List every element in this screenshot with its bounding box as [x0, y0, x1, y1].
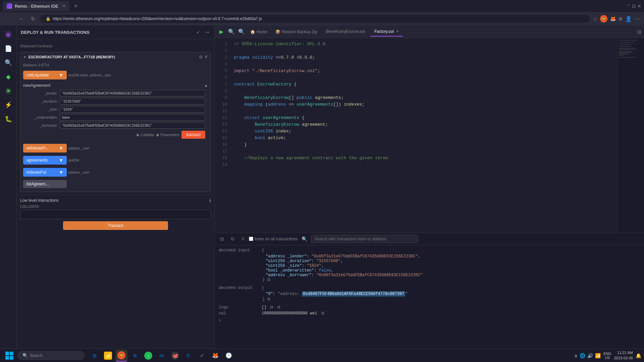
tab-beneficiary[interactable]: BeneficiaryEscrow.sol — [322, 27, 369, 37]
profile-button[interactable]: 👤 — [625, 16, 632, 22]
transaction-search-input[interactable] — [311, 235, 418, 243]
underwritten-input[interactable] — [60, 114, 205, 121]
wifi-icon[interactable]: 📶 — [595, 353, 601, 358]
logs-copy-icon-2[interactable]: ⧉ — [277, 305, 280, 310]
github-app[interactable]: 🐙 — [169, 350, 181, 362]
withdraw-button[interactable]: withdrawFr... ▼ — [23, 144, 67, 153]
balance-text: Balance: 0 ETH — [23, 63, 49, 67]
decoded-output-copy-icon[interactable]: ⧉ — [267, 297, 270, 302]
close-tab-btn[interactable]: ✕ — [62, 4, 66, 8]
taskbar-search[interactable]: 🔍 Search — [17, 351, 85, 360]
zoom-in-icon[interactable]: 🔍 — [237, 28, 246, 36]
new-agreement-header[interactable]: newAgreement ▲ — [23, 82, 208, 89]
brave-extension-icon[interactable]: 🦁 — [600, 15, 607, 22]
terminal-search-icon[interactable]: 🔍 — [300, 235, 308, 243]
deploy-panel: DEPLOY & RUN TRANSACTIONS ✓ ⇢ Deployed C… — [17, 25, 215, 362]
remix-logo-icon[interactable]: ◈ — [2, 28, 15, 41]
search-icon[interactable]: 🔍 — [2, 56, 15, 69]
check-app[interactable]: ✓ — [196, 350, 208, 362]
taskview-app[interactable]: ⊞ — [89, 350, 101, 362]
list-button[interactable]: listAgreem... — [23, 180, 67, 188]
deploy-run-icon[interactable] — [2, 84, 15, 97]
terminal-refresh-icon[interactable]: ↻ — [229, 235, 237, 243]
extensions-button[interactable]: ⊕ — [619, 16, 623, 21]
borrower-input[interactable] — [60, 122, 205, 129]
contract-chevron[interactable]: ▼ — [23, 55, 26, 59]
metamask-icon[interactable]: 🦊 — [610, 16, 616, 21]
calldata-link[interactable]: ◉ Calldata — [136, 133, 154, 137]
indexes-button[interactable]: indexesFor ▼ — [23, 168, 67, 177]
lender-input[interactable] — [60, 90, 205, 97]
volume-icon[interactable]: 🔊 — [587, 353, 593, 358]
debug-icon[interactable]: 🐛 — [2, 113, 15, 125]
home-tab[interactable]: 🏠 Home — [247, 28, 271, 36]
firefox-app[interactable]: 🦊 — [209, 350, 221, 362]
listen-checkbox-label[interactable]: listen on all transactions — [249, 237, 298, 241]
transact-button[interactable]: transact — [181, 131, 205, 139]
editor-tabs: ▶ 🔍 🔍 🏠 Home 📦 Restore Backup Zip Benefi… — [215, 25, 644, 38]
expand-icon[interactable]: ⇢ — [204, 29, 210, 36]
parameters-link[interactable]: ◉ Parameters — [156, 133, 179, 137]
settings-app[interactable]: ⚙ — [129, 350, 141, 362]
brave-browser-app[interactable]: 🦁 — [115, 350, 127, 362]
clock-display[interactable]: 11:21 AM 2023-02-06 — [614, 350, 633, 361]
language-indicator[interactable]: ENGUS — [603, 352, 611, 360]
file-explorer-app[interactable]: 📁 — [102, 350, 114, 362]
plugin-manager-icon[interactable]: ⚡ — [2, 99, 15, 111]
low-level-info-icon[interactable]: ℹ — [209, 198, 211, 203]
decoded-output-close-row: } ⧉ — [262, 297, 640, 302]
agreements-button[interactable]: agreements ▼ — [23, 156, 67, 165]
more-button[interactable]: ⋯ — [635, 16, 640, 22]
notification-icon[interactable]: 🔔 — [636, 353, 641, 358]
forward-button[interactable]: → — [16, 14, 25, 23]
call-liquidate-button[interactable]: callLiquidate ▼ — [23, 71, 67, 79]
active-browser-tab[interactable]: Remix - Ethereum IDE ✕ — [3, 1, 70, 11]
decoded-input-copy-icon[interactable]: ⧉ — [267, 278, 270, 282]
agreements-params: uint256 — [68, 159, 79, 162]
start-button[interactable] — [3, 350, 16, 361]
remove-contract-icon[interactable]: ✕ — [204, 54, 208, 60]
tab-factory[interactable]: Factory.sol ✕ — [370, 27, 403, 37]
indexes-chevron: ▼ — [59, 170, 63, 175]
taskbar-right: ∧ 🌐 🔊 📶 ENGUS 11:21 AM 2023-02-06 🔔 — [574, 350, 641, 361]
deployed-contracts-header[interactable]: Deployed Contracts — [17, 42, 214, 50]
terminal-toggle-icon[interactable]: ⊟ — [218, 235, 226, 243]
code-content[interactable]: // SPDX-License-Identifier: GPL-3.0 prag… — [230, 38, 617, 233]
new-tab-button[interactable]: + — [71, 1, 80, 11]
transact-bottom-button[interactable]: Transact — [63, 221, 168, 230]
val-value: 1000000000000000000 wei — [262, 311, 317, 316]
close-window-btn[interactable]: ✕ — [637, 3, 641, 9]
vscode-app[interactable]: ⎘ — [182, 350, 195, 362]
clock-app[interactable]: 🕐 — [223, 350, 235, 362]
minimap-content — [618, 38, 644, 59]
restore-window-btn[interactable]: ⊡ — [632, 3, 636, 9]
check-icon[interactable]: ✓ — [195, 29, 202, 36]
val-copy-icon[interactable]: ⧉ — [321, 311, 324, 316]
decoded-input-duration-key: "uint256 _duration" — [266, 259, 312, 263]
chevron-up-icon[interactable]: ∧ — [574, 353, 578, 358]
contract-icons: ⧉ ✕ — [199, 54, 208, 60]
zoom-out-icon[interactable]: 🔍 — [227, 28, 235, 36]
spotify-app[interactable]: ♪ — [142, 350, 154, 362]
collapse-panel-icon[interactable]: ⊟ — [637, 29, 641, 35]
address-bar[interactable]: 🔒 https://remix.ethereum.org/#optimize=f… — [40, 15, 590, 23]
file-explorer-icon[interactable]: 📄 — [2, 42, 15, 55]
size-input[interactable] — [60, 106, 205, 113]
duration-input[interactable] — [60, 98, 205, 105]
solidity-compiler-icon[interactable]: ◆ — [2, 70, 15, 83]
logs-copy-icon[interactable]: ⧉ — [270, 305, 273, 310]
network-icon[interactable]: 🌐 — [580, 353, 585, 358]
ms-store-app[interactable]: 🛍 — [156, 350, 168, 362]
copy-contract-icon[interactable]: ⧉ — [199, 54, 202, 60]
decoded-output-section: decoded output { "0": "address: 0xd8407F… — [219, 286, 640, 302]
restore-tab[interactable]: 📦 Restore Backup Zip — [272, 28, 320, 36]
back-button[interactable]: ← — [4, 14, 13, 23]
close-factory-tab-icon[interactable]: ✕ — [396, 29, 399, 34]
minimize-window-btn[interactable]: ⌃ — [627, 3, 631, 9]
run-icon[interactable]: ▶ — [217, 28, 225, 36]
bookmark-button[interactable]: ☆ — [593, 16, 597, 22]
listen-all-checkbox[interactable] — [249, 237, 253, 241]
refresh-button[interactable]: ↻ — [28, 14, 38, 23]
terminal-prompt: > — [219, 318, 221, 323]
calldata-field[interactable] — [20, 210, 211, 219]
